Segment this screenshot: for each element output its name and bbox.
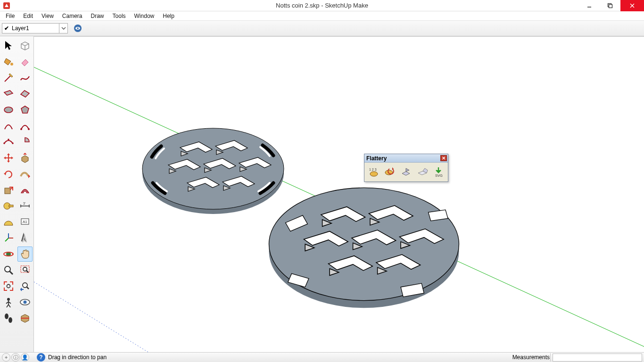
dimension-tool[interactable]: 3' (17, 198, 33, 214)
rotated-rectangle-tool[interactable] (17, 86, 33, 101)
svg-point-31 (23, 267, 27, 271)
menu-help[interactable]: Help (159, 12, 178, 20)
svg-point-8 (77, 27, 79, 29)
svg-point-48 (370, 172, 378, 176)
svg-point-38 (23, 301, 26, 304)
three-point-arc-tool[interactable] (1, 134, 17, 149)
close-button[interactable] (620, 0, 644, 11)
svg-rect-3 (609, 5, 612, 8)
pie-tool[interactable] (17, 134, 33, 149)
help-icon[interactable]: ? (37, 353, 45, 362)
titlebar: Notts coin 2.skp - SketchUp Make (0, 0, 644, 11)
zoom-extents-tool[interactable] (1, 279, 17, 294)
menu-view[interactable]: View (38, 12, 58, 20)
flattery-close-button[interactable]: ✕ (440, 155, 447, 161)
layer-toolbar: ✔ Layer1 (0, 21, 644, 36)
svg-line-35 (26, 287, 29, 289)
svg-line-29 (9, 271, 13, 274)
status-signin-button[interactable]: 👤 (21, 353, 29, 362)
statusbar: ⌖ ⓘ 👤 ? Drag in direction to pan Measure… (0, 352, 644, 362)
polygon-tool[interactable] (17, 102, 33, 117)
section-plane-tool[interactable] (17, 311, 33, 326)
flattery-title: Flattery (366, 155, 387, 162)
push-pull-tool[interactable] (17, 150, 33, 165)
status-separator (550, 353, 551, 362)
main-area: 3' A1 (0, 36, 644, 352)
svg-point-33 (7, 285, 10, 288)
3d-text-tool[interactable] (17, 230, 33, 246)
window-controls (579, 0, 644, 11)
measurements-label: Measurements (512, 354, 550, 361)
svg-text:A1: A1 (23, 220, 27, 224)
flattery-fold-button[interactable] (415, 165, 429, 179)
freehand-tool[interactable] (17, 70, 33, 85)
arc-tool[interactable] (1, 118, 17, 133)
svg-point-39 (5, 313, 8, 319)
paint-bucket-tool[interactable] (1, 54, 17, 69)
svg-text:3': 3' (23, 202, 25, 205)
layer-dropdown[interactable]: ✔ Layer1 (2, 23, 68, 33)
model-coin-2 (269, 188, 459, 308)
select-tool[interactable] (1, 38, 17, 53)
model-scene (34, 37, 644, 352)
menu-file[interactable]: File (2, 12, 18, 20)
look-around-tool[interactable] (17, 295, 33, 310)
menu-camera[interactable]: Camera (58, 12, 86, 20)
menu-edit[interactable]: Edit (19, 12, 37, 20)
flattery-panel[interactable]: Flattery ✕ 1 2 3 SVG (364, 154, 448, 182)
circle-tool[interactable] (1, 102, 17, 117)
previous-view-tool[interactable] (17, 279, 33, 294)
measurements-input[interactable] (553, 354, 642, 362)
rotate-tool[interactable] (1, 166, 17, 181)
make-component-tool[interactable] (17, 38, 33, 53)
zoom-tool[interactable] (1, 263, 17, 278)
svg-text:1 2 3: 1 2 3 (369, 168, 377, 171)
window-title: Notts coin 2.skp - SketchUp Make (0, 2, 644, 9)
scale-tool[interactable] (1, 182, 17, 197)
layer-info-button[interactable] (73, 23, 83, 33)
menu-draw[interactable]: Draw (87, 12, 108, 20)
line-tool[interactable] (1, 70, 17, 85)
two-point-arc-tool[interactable] (17, 118, 33, 133)
layer-visible-check-icon: ✔ (4, 25, 9, 32)
maximize-button[interactable] (600, 0, 620, 11)
status-credits-button[interactable]: ⓘ (11, 353, 20, 362)
flattery-export-svg-button[interactable]: SVG (431, 165, 446, 179)
move-tool[interactable] (1, 150, 17, 165)
svg-rect-16 (5, 188, 10, 194)
menu-window[interactable]: Window (131, 12, 158, 20)
svg-point-40 (8, 317, 12, 323)
orbit-tool[interactable] (1, 247, 17, 262)
svg-point-15 (12, 142, 14, 144)
eraser-tool[interactable] (17, 54, 33, 69)
svg-line-42 (34, 282, 157, 352)
axes-tool[interactable] (1, 230, 17, 246)
flattery-unfold-button[interactable] (399, 165, 413, 179)
minimize-button[interactable] (579, 0, 600, 11)
zoom-window-tool[interactable] (17, 263, 33, 278)
svg-point-14 (8, 139, 9, 140)
svg-line-24 (5, 238, 8, 241)
tool-palette: 3' A1 (0, 36, 34, 352)
follow-me-tool[interactable] (17, 166, 33, 181)
menu-tools[interactable]: Tools (109, 12, 130, 20)
position-camera-tool[interactable] (1, 295, 17, 310)
flattery-index-faces-button[interactable]: 1 2 3 (367, 165, 381, 179)
svg-point-9 (10, 63, 13, 66)
pan-tool[interactable] (17, 247, 33, 262)
flattery-titlebar[interactable]: Flattery ✕ (364, 154, 448, 163)
svg-text:SVG: SVG (435, 173, 443, 178)
svg-point-44 (142, 128, 284, 209)
rectangle-tool[interactable] (1, 86, 17, 101)
menubar: File Edit View Camera Draw Tools Window … (0, 11, 644, 21)
svg-point-12 (28, 128, 30, 130)
walk-tool[interactable] (1, 311, 17, 326)
flattery-reunite-edges-button[interactable] (383, 165, 397, 179)
offset-tool[interactable] (17, 182, 33, 197)
tape-measure-tool[interactable] (1, 198, 17, 214)
text-tool[interactable]: A1 (17, 214, 33, 230)
status-geolocation-button[interactable]: ⌖ (2, 353, 10, 362)
protractor-tool[interactable] (1, 214, 17, 230)
chevron-down-icon (59, 24, 67, 33)
viewport[interactable]: Flattery ✕ 1 2 3 SVG (34, 36, 644, 352)
